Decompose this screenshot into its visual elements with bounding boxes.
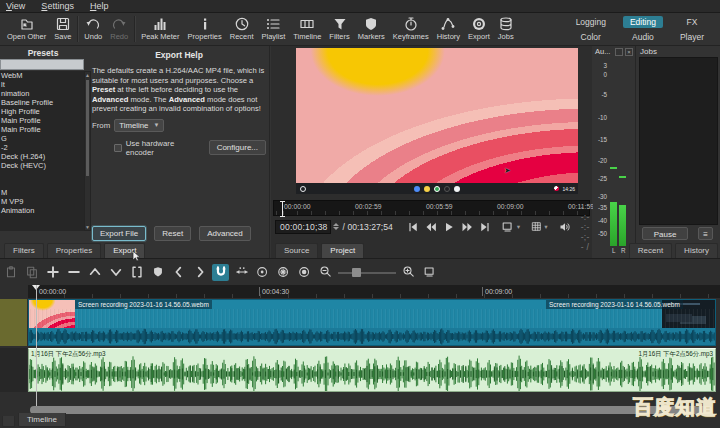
preset-item[interactable]: WebM: [0, 71, 84, 80]
toolbar-button-properties[interactable]: Properties: [184, 14, 226, 45]
close-panel-icon[interactable]: ×: [625, 48, 633, 56]
video-clip[interactable]: Screen recording 2023-01-16 14.56.05.web…: [28, 299, 716, 346]
audio-track-head[interactable]: [0, 348, 27, 392]
timeline-ruler[interactable]: 00:00:0000:04:3000:09:00: [28, 285, 720, 298]
tab-timeline[interactable]: Timeline: [18, 413, 66, 427]
toolbar-button-save[interactable]: Save: [50, 14, 75, 45]
from-combobox[interactable]: Timeline ▼: [114, 119, 164, 132]
toolbar-button-keyframes[interactable]: Keyframes: [389, 14, 433, 45]
append-icon[interactable]: [44, 264, 61, 281]
preset-item[interactable]: Animation: [0, 206, 84, 215]
play-icon[interactable]: [443, 221, 455, 233]
volume-icon[interactable]: [559, 221, 571, 233]
toolbar-button-peak-meter[interactable]: Peak Meter: [137, 14, 183, 45]
jobs-menu-button[interactable]: ≡: [698, 227, 713, 240]
preset-item[interactable]: Main Profile: [0, 125, 84, 134]
next-marker-icon[interactable]: [191, 264, 208, 281]
tab-filters[interactable]: Filters: [4, 243, 44, 258]
layout-button-logging[interactable]: Logging: [569, 16, 613, 28]
panel-tab-stub[interactable]: [2, 416, 15, 427]
zoom-fit-icon[interactable]: ▼: [501, 220, 521, 234]
layout-button-editing[interactable]: Editing: [623, 16, 663, 28]
toolbar-button-open-other[interactable]: Open Other: [3, 14, 50, 45]
preset-item[interactable]: Deck (HEVC): [0, 161, 84, 170]
toolbar-button-undo[interactable]: Undo: [80, 14, 106, 45]
zoom-in-icon[interactable]: [400, 264, 417, 281]
use-hardware-encoder-checkbox[interactable]: [114, 144, 122, 152]
preset-item[interactable]: Main Profile: [0, 116, 84, 125]
layout-button-player[interactable]: Player: [673, 31, 711, 43]
ripple-all-icon[interactable]: [275, 264, 292, 281]
zoom-fit-icon[interactable]: [421, 264, 438, 281]
tab-properties[interactable]: Properties: [47, 243, 101, 258]
timeline-scrollbar[interactable]: [30, 406, 712, 414]
preset-scrollbar[interactable]: ▲ ▼: [84, 71, 91, 231]
zoom-out-icon[interactable]: [317, 264, 334, 281]
lift-icon[interactable]: [86, 264, 103, 281]
snap-icon[interactable]: [212, 264, 229, 281]
menu-help[interactable]: Help: [90, 1, 109, 11]
toolbar-button-playlist[interactable]: Playlist: [258, 14, 290, 45]
player-playhead[interactable]: [282, 201, 283, 217]
ripple-icon[interactable]: [254, 264, 271, 281]
configure-button[interactable]: Configure...: [209, 140, 266, 155]
preset-item[interactable]: nimation: [0, 89, 84, 98]
tab-history[interactable]: History: [675, 243, 718, 258]
preset-item[interactable]: [0, 170, 84, 179]
preset-item[interactable]: [0, 179, 84, 188]
tab-source[interactable]: Source: [275, 243, 318, 258]
scroll-down-icon[interactable]: ▼: [85, 224, 90, 230]
split-icon[interactable]: [128, 264, 145, 281]
position-spinner[interactable]: [333, 223, 339, 230]
audio-clip[interactable]: 1月16日 下午2点56分.mp3 1月16日 下午2点56分.mp3: [28, 348, 716, 392]
preset-item[interactable]: -2: [0, 143, 84, 152]
pause-button[interactable]: Pause: [642, 227, 688, 240]
layout-button-fx[interactable]: FX: [673, 16, 711, 28]
player-scrub-bar[interactable]: 00:00:0000:02:5900:05:5900:09:0000:11:59: [273, 200, 590, 216]
preset-search-input[interactable]: [0, 59, 84, 70]
video-track-head[interactable]: [0, 299, 27, 346]
toolbar-button-recent[interactable]: Recent: [226, 14, 258, 45]
toolbar-button-filters[interactable]: Filters: [325, 14, 353, 45]
grid-icon[interactable]: ▼: [531, 221, 548, 232]
menu-settings[interactable]: Settings: [41, 1, 74, 11]
scrub-icon[interactable]: [233, 264, 250, 281]
overwrite-icon[interactable]: [107, 264, 124, 281]
toolbar-button-timeline[interactable]: Timeline: [289, 14, 325, 45]
position-field[interactable]: 00:00:10;38: [275, 220, 331, 234]
preset-item[interactable]: Baseline Profile: [0, 98, 84, 107]
preset-item[interactable]: Deck (H.264): [0, 152, 84, 161]
layout-button-color[interactable]: Color: [569, 31, 613, 43]
rewind-icon[interactable]: [425, 221, 437, 233]
timeline-zoom-slider[interactable]: [338, 264, 396, 281]
marker-icon[interactable]: [149, 264, 166, 281]
ripple-delete-icon[interactable]: [65, 264, 82, 281]
tab-project[interactable]: Project: [321, 243, 364, 258]
preset-item[interactable]: High Profile: [0, 107, 84, 116]
menu-view[interactable]: View: [6, 1, 25, 11]
skip-end-icon[interactable]: [479, 221, 491, 233]
ripple-markers-icon[interactable]: [296, 264, 313, 281]
fast-forward-icon[interactable]: [461, 221, 473, 233]
scrollbar-thumb[interactable]: [86, 80, 89, 176]
preset-item[interactable]: G: [0, 134, 84, 143]
toolbar-button-jobs[interactable]: Jobs: [494, 14, 518, 45]
reset-button[interactable]: Reset: [154, 226, 191, 241]
advanced-button[interactable]: Advanced: [199, 226, 251, 241]
export-file-button[interactable]: Export File: [92, 226, 146, 241]
preset-item[interactable]: lt: [0, 80, 84, 89]
prev-marker-icon[interactable]: [170, 264, 187, 281]
toolbar-button-export[interactable]: Export: [464, 14, 494, 45]
toolbar-button-history[interactable]: History: [433, 14, 464, 45]
scrollbar-thumb[interactable]: [30, 406, 712, 414]
video-preview[interactable]: 14:26 ➤: [296, 48, 578, 194]
scroll-up-icon[interactable]: ▲: [85, 72, 90, 78]
preset-item[interactable]: M VP9: [0, 197, 84, 206]
float-panel-icon[interactable]: [615, 48, 623, 56]
preset-item[interactable]: M: [0, 188, 84, 197]
slider-thumb[interactable]: [352, 268, 361, 277]
skip-start-icon[interactable]: [407, 221, 419, 233]
layout-button-audio[interactable]: Audio: [623, 31, 663, 43]
toolbar-button-markers[interactable]: Markers: [354, 14, 389, 45]
tab-recent[interactable]: Recent: [629, 243, 672, 258]
